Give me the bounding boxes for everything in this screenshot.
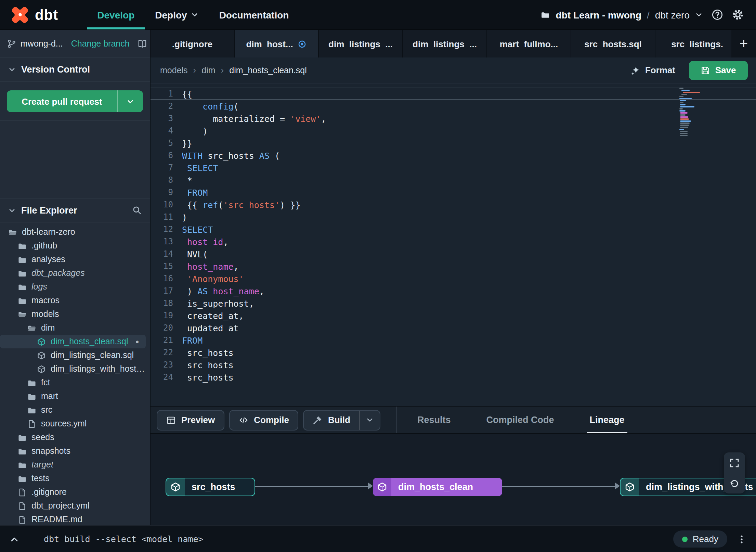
status-dot — [682, 536, 688, 542]
status-badge[interactable]: Ready — [674, 530, 727, 548]
file-icon — [18, 488, 27, 497]
create-pr-caret[interactable] — [117, 90, 143, 112]
save-icon — [701, 65, 711, 75]
build-caret[interactable] — [359, 410, 380, 429]
panel-tab-lineage[interactable]: Lineage — [587, 407, 627, 433]
file-icon — [18, 515, 27, 524]
tree-item[interactable]: src — [0, 403, 146, 417]
code-line-content: created_at, — [182, 310, 244, 321]
code-token: AS — [197, 286, 208, 296]
lineage-canvas[interactable]: src_hostsdim_hosts_cleandim_listings_wit… — [151, 433, 756, 525]
tree-item[interactable]: dim_listings_clean.sql — [0, 348, 146, 362]
code-token: updated_at — [182, 323, 239, 333]
tree-item[interactable]: mart — [0, 389, 146, 403]
minimap[interactable] — [679, 88, 699, 137]
editor-tab[interactable]: mart_fullmo... — [487, 30, 571, 57]
help-icon[interactable] — [712, 9, 723, 21]
compile-label: Compile — [254, 415, 289, 425]
editor-tab-bar: .gitignoredim_host...dim_listings_...dim… — [151, 30, 756, 57]
tree-item[interactable]: target — [0, 458, 146, 472]
code-line: 9 FROM — [151, 186, 756, 198]
build-button[interactable]: Build — [304, 410, 359, 429]
nav-item-documentation[interactable]: Documentation — [209, 0, 299, 29]
search-icon[interactable] — [132, 205, 142, 215]
tree-item[interactable]: models — [0, 307, 146, 321]
add-tab-button[interactable]: + — [731, 30, 756, 57]
change-branch-link[interactable]: Change branch — [71, 39, 130, 48]
lineage-node[interactable]: src_hosts — [166, 478, 255, 496]
version-control-header[interactable]: Version Control — [0, 57, 150, 82]
nav-item-deploy[interactable]: Deploy — [145, 0, 209, 29]
code-token: WITH — [182, 150, 203, 161]
panel-tab-results[interactable]: Results — [415, 407, 454, 433]
code-token: FROM — [182, 335, 203, 345]
tree-item[interactable]: analyses — [0, 253, 146, 266]
tree-item[interactable]: dbt-learn-zero — [0, 225, 146, 239]
chevron-up-icon[interactable] — [10, 534, 19, 544]
tree-item[interactable]: logs — [0, 280, 146, 294]
code-token: is_superhost, — [182, 298, 254, 308]
history-icon[interactable] — [724, 473, 745, 493]
code-line: 18 is_superhost, — [151, 297, 756, 309]
code-line-content: FROM — [182, 187, 208, 197]
tree-item[interactable]: .github — [0, 239, 146, 253]
compile-button[interactable]: Compile — [229, 410, 299, 430]
save-label: Save — [715, 65, 736, 75]
editor-tab-label: dim_host... — [246, 39, 293, 49]
preview-button[interactable]: Preview — [157, 410, 224, 430]
save-button[interactable]: Save — [689, 61, 748, 80]
docs-book-icon[interactable] — [138, 39, 147, 48]
kebab-menu-icon[interactable] — [737, 534, 746, 544]
tree-item[interactable]: dim — [0, 321, 146, 335]
tree-item[interactable]: dbt_project.yml — [0, 499, 146, 513]
code-token: src_hosts — [182, 372, 234, 382]
tree-item[interactable]: dim_hosts_clean.sql• — [0, 335, 146, 348]
code-editor[interactable]: 1{{2 config(3 materialized = 'view',4 )5… — [151, 84, 756, 406]
tree-item[interactable]: .gitignore — [0, 485, 146, 499]
minimap-line — [679, 98, 692, 99]
editor-tab[interactable]: src_listings. — [655, 30, 740, 57]
editor-tab[interactable]: dim_listings_... — [319, 30, 403, 57]
nav-item-develop[interactable]: Develop — [87, 0, 145, 29]
gear-icon[interactable] — [732, 9, 744, 21]
tree-item[interactable]: dbt_packages — [0, 266, 146, 280]
tree-item[interactable]: README.md — [0, 513, 146, 525]
editor-tab[interactable]: .gitignore — [151, 30, 235, 57]
tree-item[interactable]: fct — [0, 376, 146, 389]
brand[interactable]: dbt — [0, 0, 69, 29]
tree-item-label: dbt_packages — [31, 268, 85, 278]
tree-item[interactable]: seeds — [0, 431, 146, 444]
chevron-down-icon — [695, 11, 703, 18]
command-input[interactable]: dbt build --select <model_name> — [44, 534, 204, 544]
create-pr-main[interactable]: Create pull request — [7, 90, 117, 112]
tree-item[interactable]: snapshots — [0, 444, 146, 458]
tab-dot-icon — [298, 39, 307, 48]
code-lines: 1{{2 config(3 materialized = 'view',4 )5… — [151, 88, 756, 383]
lineage-edge — [255, 486, 368, 487]
file-icon — [18, 501, 27, 510]
format-button[interactable]: Format — [623, 61, 683, 80]
minimap-line — [680, 106, 695, 107]
tree-item[interactable]: macros — [0, 294, 146, 307]
code-line: 2 config( — [151, 100, 756, 112]
lineage-node[interactable]: dim_hosts_clean — [373, 478, 502, 496]
minimap-line — [680, 123, 690, 124]
project-selector[interactable]: dbt Learn - mwong / dbt zero — [541, 9, 703, 20]
editor-tab[interactable]: dim_host... — [235, 30, 319, 57]
panel-tab-compiled-code[interactable]: Compiled Code — [483, 407, 557, 433]
tree-item-label: macros — [31, 296, 60, 305]
line-number: 16 — [151, 274, 182, 283]
code-token — [182, 163, 187, 173]
tree-item[interactable]: dim_listings_with_hosts... — [0, 362, 146, 376]
version-control-body: Create pull request — [0, 82, 150, 121]
line-number: 7 — [151, 163, 182, 172]
file-explorer-header[interactable]: File Explorer — [0, 198, 150, 222]
editor-tab[interactable]: src_hosts.sql — [571, 30, 655, 57]
tree-item[interactable]: tests — [0, 472, 146, 485]
tree-item[interactable]: sources.yml — [0, 417, 146, 431]
fullscreen-icon[interactable] — [724, 452, 745, 473]
minimap-line — [679, 108, 683, 110]
lineage-node-label: src_hosts — [185, 478, 242, 496]
code-token: {{ — [182, 200, 203, 210]
editor-tab[interactable]: dim_listings_... — [403, 30, 487, 57]
